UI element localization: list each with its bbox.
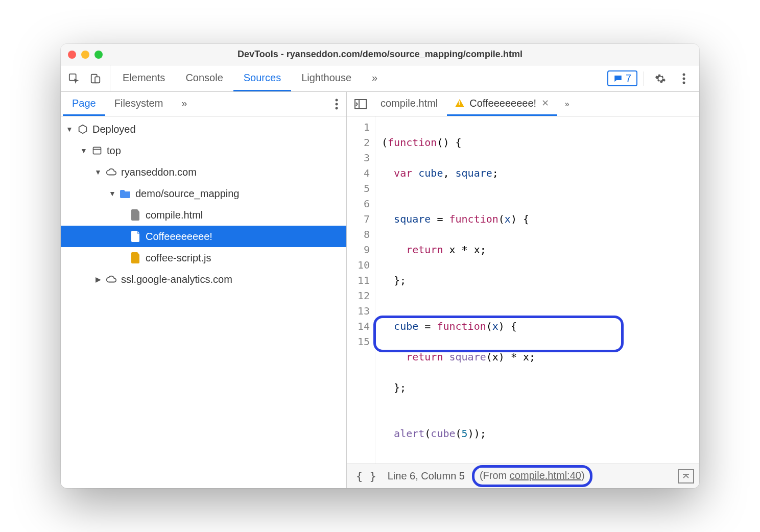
code-content[interactable]: (function() { var cube, square; square =… bbox=[375, 116, 699, 464]
tab-lighthouse[interactable]: Lighthouse bbox=[291, 65, 362, 91]
tree-label: demo/source_mapping bbox=[135, 188, 239, 200]
file-icon bbox=[130, 209, 141, 221]
frame-icon bbox=[91, 145, 103, 156]
highlight-ring-from: (From compile.html:40) bbox=[472, 465, 592, 487]
from-prefix: (From bbox=[480, 470, 510, 481]
editor-tab-label: Coffeeeeeeee! bbox=[469, 98, 536, 109]
issues-count: 7 bbox=[626, 72, 631, 84]
devtools-window: DevTools - ryanseddon.com/demo/source_ma… bbox=[61, 44, 699, 488]
tree-frame-top[interactable]: ▼ top bbox=[61, 140, 346, 161]
close-tab-icon[interactable]: ✕ bbox=[541, 98, 549, 109]
close-window-button[interactable] bbox=[68, 51, 76, 59]
tree-root-deployed[interactable]: ▼ Deployed bbox=[61, 118, 346, 140]
line-number: 4 bbox=[347, 165, 370, 181]
file-icon bbox=[130, 231, 141, 242]
editor-tabs-overflow[interactable]: » bbox=[558, 92, 576, 116]
svg-rect-2 bbox=[95, 77, 100, 83]
svg-point-8 bbox=[336, 107, 338, 109]
tab-sources[interactable]: Sources bbox=[233, 65, 291, 91]
line-number: 1 bbox=[347, 119, 370, 135]
tree-label: top bbox=[107, 145, 121, 157]
svg-point-3 bbox=[683, 73, 685, 76]
issues-icon bbox=[613, 74, 623, 83]
disclosure-triangle-icon: ▼ bbox=[94, 168, 102, 176]
cloud-icon bbox=[106, 166, 117, 178]
navigator-tab-page[interactable]: Page bbox=[63, 92, 105, 116]
line-number: 2 bbox=[347, 135, 370, 150]
line-number: 13 bbox=[347, 303, 370, 319]
tree-label: compile.html bbox=[146, 209, 203, 221]
navigator-tabs-overflow[interactable]: » bbox=[172, 92, 196, 116]
line-number: 14 bbox=[347, 319, 370, 334]
line-number: 12 bbox=[347, 288, 370, 303]
line-number: 7 bbox=[347, 211, 370, 227]
toggle-navigator-icon[interactable] bbox=[350, 92, 371, 116]
tree-file-compile-html[interactable]: compile.html bbox=[61, 204, 346, 226]
settings-icon[interactable] bbox=[650, 68, 671, 89]
main-toolbar: Elements Console Sources Lighthouse » 7 bbox=[61, 65, 699, 92]
source-origin-link[interactable]: compile.html:40 bbox=[510, 470, 581, 481]
inspect-element-icon[interactable] bbox=[64, 68, 84, 89]
code-editor[interactable]: 1 2 3 4 5 6 7 8 9 10 11 12 13 14 15 (fun… bbox=[347, 116, 699, 464]
toolbar-divider bbox=[644, 71, 644, 86]
svg-point-5 bbox=[683, 81, 685, 84]
disclosure-triangle-icon: ▼ bbox=[109, 189, 116, 198]
show-drawer-icon[interactable] bbox=[678, 469, 694, 483]
line-number: 10 bbox=[347, 257, 370, 273]
disclosure-triangle-icon: ▼ bbox=[66, 125, 73, 133]
warning-icon bbox=[455, 99, 464, 107]
tree-domain-ryanseddon[interactable]: ▼ ryanseddon.com bbox=[61, 161, 346, 183]
zoom-window-button[interactable] bbox=[94, 51, 103, 59]
svg-rect-9 bbox=[93, 147, 101, 154]
line-number: 8 bbox=[347, 227, 370, 242]
svg-point-6 bbox=[336, 99, 338, 101]
cloud-icon bbox=[106, 274, 117, 285]
editor-tabstrip: compile.html Coffeeeeeeee! ✕ » bbox=[347, 92, 699, 116]
line-number: 5 bbox=[347, 181, 370, 196]
line-gutter: 1 2 3 4 5 6 7 8 9 10 11 12 13 14 15 bbox=[347, 116, 375, 464]
line-number: 15 bbox=[347, 334, 370, 349]
editor-tab-compile-html[interactable]: compile.html bbox=[372, 92, 446, 116]
minimize-window-button[interactable] bbox=[81, 51, 89, 59]
navigator-tab-filesystem[interactable]: Filesystem bbox=[105, 92, 173, 116]
panel-tabs: Elements Console Sources Lighthouse » bbox=[112, 65, 388, 91]
editor-area: compile.html Coffeeeeeeee! ✕ » 1 2 3 4 5… bbox=[347, 92, 699, 488]
tree-folder[interactable]: ▼ demo/source_mapping bbox=[61, 183, 346, 204]
editor-tab-coffee[interactable]: Coffeeeeeeee! ✕ bbox=[447, 92, 557, 116]
tree-label: ryanseddon.com bbox=[121, 166, 197, 178]
tree-file-coffee[interactable]: Coffeeeeeeee! bbox=[61, 226, 346, 247]
tab-elements[interactable]: Elements bbox=[112, 65, 175, 91]
svg-point-4 bbox=[683, 77, 685, 80]
line-number: 9 bbox=[347, 242, 370, 257]
svg-rect-11 bbox=[355, 100, 366, 109]
svg-point-7 bbox=[336, 103, 338, 105]
navigator-kebab-icon[interactable] bbox=[329, 92, 344, 116]
line-number: 3 bbox=[347, 150, 370, 165]
window-titlebar: DevTools - ryanseddon.com/demo/source_ma… bbox=[61, 44, 699, 65]
tree-label: ssl.google-analytics.com bbox=[121, 274, 232, 285]
js-file-icon bbox=[130, 252, 141, 263]
tree-domain-ga[interactable]: ▶ ssl.google-analytics.com bbox=[61, 269, 346, 290]
tree-label: Deployed bbox=[92, 124, 136, 135]
cube-icon bbox=[77, 124, 88, 135]
disclosure-triangle-icon: ▶ bbox=[94, 275, 102, 283]
tabs-overflow-button[interactable]: » bbox=[362, 65, 388, 91]
navigator-sidebar: Page Filesystem » ▼ Deployed ▼ bbox=[61, 92, 347, 488]
navigator-tabs: Page Filesystem » bbox=[61, 92, 346, 116]
cursor-position: Line 6, Column 5 bbox=[388, 470, 465, 482]
pretty-print-button[interactable]: { } bbox=[352, 470, 381, 482]
device-toggle-icon[interactable] bbox=[85, 68, 106, 89]
traffic-lights bbox=[68, 51, 103, 59]
window-title: DevTools - ryanseddon.com/demo/source_ma… bbox=[61, 49, 699, 60]
line-number: 6 bbox=[347, 196, 370, 211]
folder-icon bbox=[120, 188, 131, 199]
tree-file-coffee-script-js[interactable]: coffee-script.js bbox=[61, 247, 346, 269]
issues-badge[interactable]: 7 bbox=[607, 70, 637, 86]
tree-label: Coffeeeeeeee! bbox=[146, 231, 212, 243]
file-tree: ▼ Deployed ▼ top ▼ bbox=[61, 116, 346, 488]
disclosure-triangle-icon: ▼ bbox=[80, 147, 87, 155]
tab-console[interactable]: Console bbox=[175, 65, 233, 91]
tree-label: coffee-script.js bbox=[146, 252, 211, 264]
kebab-menu-icon[interactable] bbox=[674, 68, 694, 89]
line-number: 11 bbox=[347, 273, 370, 288]
